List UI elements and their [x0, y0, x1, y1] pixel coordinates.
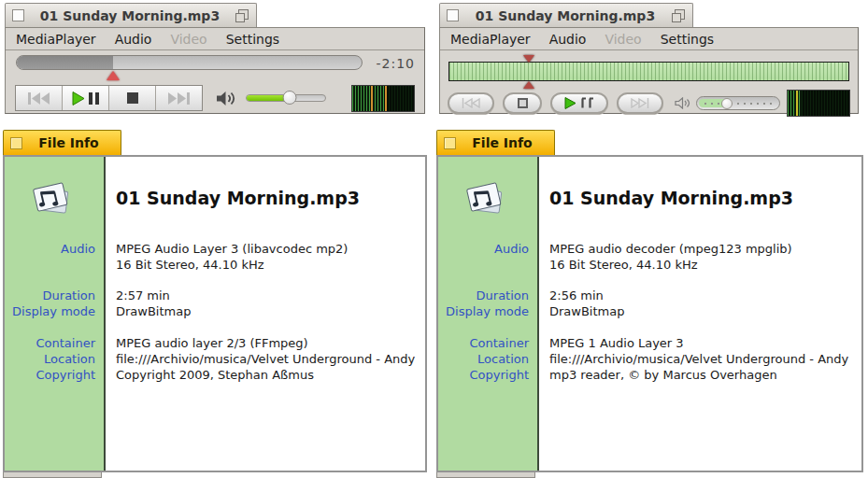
display-mode-label: Display mode — [5, 303, 102, 319]
display-mode-value: DrawBitmap — [535, 303, 861, 319]
fileinfo2-window: 01 Sunday Morning.mp3 Audio MPEG audio d… — [436, 155, 863, 472]
file-title: 01 Sunday Morning.mp3 — [116, 187, 425, 209]
seek-thumb[interactable] — [107, 71, 120, 80]
player1-title-tab[interactable]: 01 Sunday Morning.mp3 — [5, 3, 257, 27]
stop-icon — [127, 92, 138, 104]
stop-icon — [517, 97, 529, 109]
menu-settings[interactable]: Settings — [661, 32, 714, 47]
duration-label: Duration — [5, 288, 102, 303]
window-title: 01 Sunday Morning.mp3 — [24, 8, 235, 23]
vu-meter — [787, 90, 850, 117]
audio-label: Audio — [5, 241, 102, 257]
zoom-icon[interactable] — [672, 9, 685, 22]
duration-value: 2:56 min — [535, 288, 861, 303]
seek-progress — [17, 56, 113, 69]
player1-window: MediaPlayer Audio Video Settings -2:10 — [5, 27, 425, 114]
window-title: 01 Sunday Morning.mp3 — [459, 8, 672, 23]
fileinfo1-window: 01 Sunday Morning.mp3 Audio MPEG Audio L… — [3, 155, 427, 472]
zoom-icon[interactable] — [235, 9, 249, 22]
close-button[interactable] — [10, 137, 22, 149]
copyright-label: Copyright — [438, 367, 535, 383]
vu-peak-mark — [385, 86, 387, 111]
audio-value: MPEG audio decoder (mpeg123 mpglib) 16 B… — [535, 241, 861, 273]
audio-file-icon — [29, 178, 72, 218]
vu-peak-mark — [371, 86, 373, 111]
window-title: File Info — [456, 135, 554, 150]
play-pause-button[interactable] — [63, 86, 109, 110]
transport-buttons — [15, 85, 203, 111]
vu-peak-mark — [796, 91, 798, 116]
play-pause-icon — [72, 91, 99, 105]
container-value: MPEG audio layer 2/3 (FFmpeg) — [102, 335, 425, 351]
previous-button[interactable] — [16, 86, 63, 110]
display-mode-label: Display mode — [438, 303, 535, 319]
fileinfo1-title-tab[interactable]: File Info — [3, 130, 121, 155]
display-mode-value: DrawBitmap — [102, 303, 425, 319]
previous-button[interactable] — [448, 92, 494, 114]
player2-window: MediaPlayer Audio Video Settings — [439, 27, 859, 114]
player2-menubar: MediaPlayer Audio Video Settings — [440, 28, 858, 50]
volume-knob[interactable] — [283, 91, 297, 105]
location-label: Location — [5, 351, 102, 367]
audio-label: Audio — [438, 241, 535, 257]
stop-button[interactable] — [503, 92, 542, 114]
copyright-value: mp3 reader, © by Marcus Overhagen — [535, 367, 861, 383]
audio-value: MPEG Audio Layer 3 (libavcodec mp2) 16 B… — [102, 241, 425, 273]
close-button[interactable] — [444, 137, 456, 149]
volume-ticks — [704, 103, 772, 105]
menu-audio[interactable]: Audio — [115, 32, 152, 47]
file-title: 01 Sunday Morning.mp3 — [549, 187, 861, 209]
window-resize-edge[interactable] — [436, 472, 535, 478]
copyright-value: Copyright 2009, Stephan Aßmus — [102, 367, 425, 383]
speaker-icon — [675, 97, 690, 109]
location-label: Location — [438, 351, 535, 367]
fileinfo2-title-tab[interactable]: File Info — [436, 130, 555, 155]
player1-seek-row: -2:10 — [6, 50, 424, 81]
player1-controls — [6, 81, 424, 115]
menu-video: Video — [605, 32, 641, 47]
play-pause-button[interactable] — [550, 92, 608, 114]
next-button[interactable] — [156, 86, 202, 110]
close-button[interactable] — [12, 9, 24, 21]
duration-value: 2:57 min — [102, 288, 425, 303]
next-icon — [168, 92, 190, 105]
player1-menubar: MediaPlayer Audio Video Settings — [6, 28, 424, 50]
stop-button[interactable] — [109, 86, 156, 110]
next-icon — [631, 98, 649, 108]
volume-knob[interactable] — [721, 98, 733, 109]
container-label: Container — [438, 335, 535, 351]
previous-icon — [28, 92, 50, 105]
seek-slider[interactable] — [16, 55, 363, 70]
player2-controls — [440, 91, 858, 115]
play-pause-icon — [564, 97, 594, 109]
menu-video: Video — [170, 32, 206, 47]
player2-title-tab[interactable]: 01 Sunday Morning.mp3 — [439, 3, 693, 27]
audio-file-icon — [462, 178, 505, 218]
menu-mediaplayer[interactable]: MediaPlayer — [16, 32, 96, 47]
menu-mediaplayer[interactable]: MediaPlayer — [450, 32, 531, 47]
volume-slider[interactable] — [696, 96, 780, 110]
duration-label: Duration — [438, 288, 535, 303]
volume-slider[interactable] — [246, 94, 326, 102]
vu-meter — [351, 85, 415, 112]
container-label: Container — [5, 335, 102, 351]
time-remaining: -2:10 — [366, 50, 415, 71]
seek-marker-top[interactable] — [523, 55, 534, 63]
close-button[interactable] — [447, 9, 459, 21]
player2-seek-row — [440, 50, 858, 91]
window-resize-edge[interactable] — [3, 472, 102, 478]
speaker-icon — [216, 91, 236, 106]
seek-marker-bottom[interactable] — [523, 81, 534, 89]
menu-settings[interactable]: Settings — [226, 32, 279, 47]
next-button[interactable] — [617, 92, 663, 114]
seek-slider[interactable] — [448, 62, 849, 81]
location-value: file:///Archivio/musica/Velvet Undergrou… — [535, 351, 861, 367]
previous-icon — [462, 98, 480, 108]
window-title: File Info — [22, 135, 121, 150]
menu-audio[interactable]: Audio — [549, 32, 587, 47]
location-value: file:///Archivio/musica/Velvet Undergrou… — [102, 351, 425, 367]
container-value: MPEG 1 Audio Layer 3 — [535, 335, 861, 351]
copyright-label: Copyright — [5, 367, 102, 383]
